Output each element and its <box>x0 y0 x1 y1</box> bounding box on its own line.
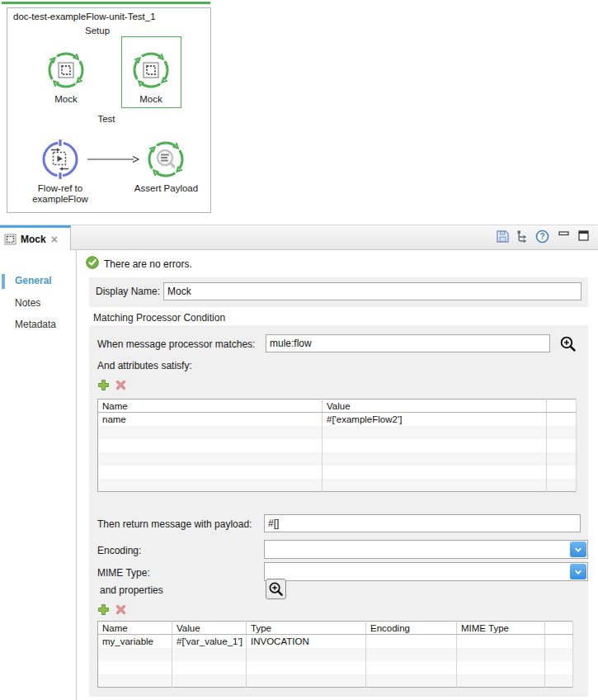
table-row[interactable] <box>98 426 577 439</box>
chevron-down-icon[interactable] <box>570 564 586 579</box>
assert-payload-node-label: Assert Payload <box>127 183 205 194</box>
column-header: Name <box>98 400 323 413</box>
column-header: Encoding <box>366 622 457 635</box>
column-header: MIME Type <box>457 622 545 635</box>
test-lane-label: Test <box>86 114 127 124</box>
chevron-down-icon[interactable] <box>570 542 586 557</box>
munit-editor-screen: doc-test-exampleFlow-unit-Test_1 Setup M… <box>0 0 598 700</box>
close-icon[interactable]: × <box>51 233 58 246</box>
sidebar-item-general[interactable]: General <box>15 275 52 286</box>
sidebar-active-indicator <box>2 274 5 289</box>
minimize-button[interactable] <box>558 229 572 244</box>
delete-attribute-button[interactable] <box>115 379 127 394</box>
save-icon <box>496 229 510 244</box>
table-row[interactable] <box>98 466 577 479</box>
mock-node-2[interactable] <box>130 50 172 91</box>
add-property-button[interactable] <box>97 603 110 618</box>
payload-input[interactable] <box>264 514 581 532</box>
properties-table[interactable]: Name Value Type Encoding MIME Type my_va… <box>97 621 573 688</box>
delete-property-button[interactable] <box>115 603 127 618</box>
delete-icon <box>115 379 127 391</box>
svg-text:?: ? <box>539 232 544 241</box>
table-row[interactable] <box>98 674 573 688</box>
zoom-icon <box>559 335 577 352</box>
display-name-input[interactable] <box>163 282 582 300</box>
minimize-icon <box>558 229 570 242</box>
editor-tab-bar: Mock × <box>0 225 598 250</box>
table-row[interactable] <box>98 661 573 674</box>
table-header-row: Name Value <box>98 400 577 413</box>
tree-button[interactable] <box>516 229 530 244</box>
help-button[interactable]: ? <box>535 229 550 244</box>
delete-icon <box>115 603 127 616</box>
table-row[interactable]: name #['exampleFlow2'] <box>98 413 577 426</box>
cell-mime[interactable] <box>457 635 545 648</box>
table-row[interactable] <box>98 479 577 492</box>
view-toolbar: ? <box>496 229 592 244</box>
mock-node-2-label: Mock <box>126 94 176 105</box>
properties-label: and properties <box>100 584 163 596</box>
column-header: Value <box>172 622 247 635</box>
table-row[interactable] <box>98 452 577 466</box>
add-icon <box>97 379 110 391</box>
sidebar-divider <box>76 250 77 700</box>
test-flow-top-bar <box>2 2 210 4</box>
mime-type-select[interactable] <box>264 562 588 581</box>
cell-encoding[interactable] <box>366 635 457 648</box>
flow-ref-node[interactable] <box>40 139 81 180</box>
attributes-table[interactable]: Name Value name #['exampleFlow2'] <box>97 399 577 492</box>
status-ok-icon <box>86 256 99 269</box>
cell-type[interactable]: INVOCATION <box>247 635 366 648</box>
connector-arrow <box>86 155 140 163</box>
zoom-icon <box>268 581 284 597</box>
save-button[interactable] <box>496 229 511 244</box>
column-header: Type <box>247 622 366 635</box>
mock-icon <box>130 50 172 91</box>
help-icon: ? <box>535 229 549 244</box>
test-flow-title: doc-test-exampleFlow-unit-Test_1 <box>13 12 156 21</box>
table-header-row: Name Value Type Encoding MIME Type <box>98 622 573 635</box>
status-message: There are no errors. <box>104 258 192 270</box>
when-matches-browse-button[interactable] <box>559 335 577 355</box>
tab-mock[interactable]: Mock × <box>0 225 71 250</box>
mime-type-label: MIME Type: <box>97 567 150 579</box>
tree-icon <box>516 229 530 244</box>
flow-ref-node-label: Flow-ref to exampleFlow <box>21 183 99 205</box>
encoding-label: Encoding: <box>97 545 141 556</box>
mock-node-1-label: Mock <box>41 94 91 105</box>
column-header: Value <box>323 400 547 413</box>
when-matches-input[interactable] <box>266 334 550 352</box>
maximize-button[interactable] <box>577 229 592 244</box>
column-header <box>547 400 577 413</box>
attributes-label: And attributes satisfy: <box>97 360 192 371</box>
add-icon <box>97 603 110 616</box>
column-header <box>545 622 573 635</box>
properties-browse-button[interactable] <box>266 579 286 599</box>
table-row[interactable] <box>98 439 577 452</box>
section-title: Matching Processor Condition <box>93 312 225 324</box>
assert-payload-node[interactable] <box>145 139 186 180</box>
cell-value[interactable]: #['exampleFlow2'] <box>323 413 547 426</box>
assert-payload-icon <box>145 139 186 180</box>
column-header: Name <box>98 622 172 635</box>
flow-ref-icon <box>40 139 81 180</box>
when-matches-label: When message processor matches: <box>97 338 255 350</box>
mock-icon <box>45 50 87 91</box>
table-row[interactable]: my_variable #['var_value_1'] INVOCATION <box>98 635 573 648</box>
table-row[interactable] <box>98 648 573 661</box>
maximize-icon <box>577 229 590 242</box>
mock-node-1[interactable] <box>45 50 87 91</box>
encoding-select[interactable] <box>264 540 588 559</box>
display-name-label: Display Name: <box>96 286 160 297</box>
cell-name[interactable]: my_variable <box>98 635 172 648</box>
cell-name[interactable]: name <box>98 413 323 426</box>
sidebar-item-metadata[interactable]: Metadata <box>15 319 56 330</box>
cell-value[interactable]: #['var_value_1'] <box>172 635 247 648</box>
tab-mock-icon <box>4 233 17 246</box>
tab-mock-label: Mock <box>21 234 46 245</box>
setup-lane-label: Setup <box>77 26 118 35</box>
sidebar-item-notes[interactable]: Notes <box>15 297 40 309</box>
add-attribute-button[interactable] <box>97 379 110 394</box>
payload-label: Then return message with payload: <box>97 518 252 530</box>
